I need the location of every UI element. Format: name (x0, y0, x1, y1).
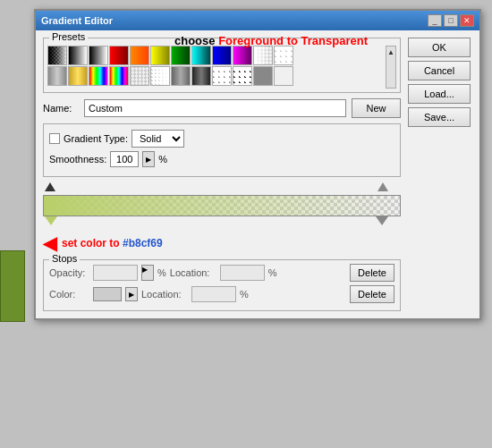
preset-checker3[interactable] (212, 66, 232, 86)
load-button[interactable]: Load... (408, 84, 471, 104)
preset-white-transparent[interactable] (150, 66, 170, 86)
color-location-percent: % (240, 289, 249, 300)
opacity-location-input[interactable] (220, 265, 265, 281)
color-swatch[interactable] (93, 287, 122, 301)
preset-gold[interactable] (68, 66, 88, 86)
gradient-type-label: Gradient Type: (64, 133, 128, 144)
settings-box: Gradient Type: Solid Noise Smoothness: ▶… (43, 123, 401, 177)
opacity-delete-btn[interactable]: Delete (350, 264, 394, 282)
preset-magenta[interactable] (233, 46, 252, 65)
preset-checker1[interactable] (253, 46, 273, 65)
opacity-label: Opacity: (49, 267, 89, 278)
smoothness-arrow-btn[interactable]: ▶ (142, 151, 155, 167)
gradient-section (43, 182, 401, 229)
color-location-label: Location: (141, 289, 188, 300)
presets-grid (47, 46, 384, 86)
preset-fg-transparent[interactable] (47, 46, 67, 65)
dialog-body: Presets (36, 30, 479, 318)
color-row: Color: ▶ Location: % Delete (49, 285, 394, 303)
preset-checker4[interactable] (233, 66, 252, 86)
top-stops-row (43, 182, 401, 195)
preset-red[interactable] (109, 46, 129, 65)
opacity-input[interactable] (93, 265, 138, 281)
set-color-text: set color to #b8cf69 (62, 237, 163, 249)
preset-empty[interactable] (274, 66, 293, 86)
color-arrow-btn[interactable]: ▶ (125, 287, 138, 301)
set-color-annotation: ◀ set color to #b8cf69 (43, 232, 401, 254)
new-button[interactable]: New (352, 98, 401, 118)
ok-button[interactable]: OK (408, 38, 471, 57)
color-label: Color: (49, 289, 89, 300)
titlebar: Gradient Editor _ □ ✕ (36, 11, 479, 30)
right-section: OK Cancel Load... Save... (408, 38, 472, 311)
opacity-location-label: Location: (170, 267, 216, 278)
name-input[interactable] (84, 99, 346, 117)
preset-transparent2[interactable] (130, 66, 149, 86)
bottom-stop-left[interactable] (45, 216, 57, 225)
gradient-type-row: Gradient Type: Solid Noise (49, 130, 394, 148)
red-arrow-icon: ◀ (43, 232, 56, 254)
stops-label: Stops (49, 253, 80, 264)
preset-gray2[interactable] (253, 66, 273, 86)
gradient-bar[interactable] (43, 195, 401, 216)
stops-box: Stops Opacity: ▶ % Location: % Delete Co… (43, 259, 401, 311)
top-stop-left[interactable] (45, 182, 55, 191)
preset-black-white[interactable] (89, 46, 108, 65)
smoothness-unit: % (158, 154, 167, 165)
presets-scrollbar[interactable]: ▲ (386, 46, 396, 89)
preset-metal[interactable] (47, 66, 67, 86)
presets-container: ▲ (47, 46, 396, 89)
gradient-type-select[interactable]: Solid Noise (131, 130, 184, 148)
opacity-row: Opacity: ▶ % Location: % Delete (49, 264, 394, 282)
preset-fg-bg[interactable] (68, 46, 88, 65)
opacity-arrow-btn[interactable]: ▶ (141, 265, 154, 281)
name-label: Name: (43, 103, 79, 114)
cancel-button[interactable]: Cancel (408, 61, 471, 80)
gradient-overlay (44, 196, 400, 216)
close-button[interactable]: ✕ (460, 14, 474, 27)
minimize-button[interactable]: _ (428, 14, 442, 27)
bottom-stop-right[interactable] (376, 216, 388, 225)
presets-label: Presets (49, 31, 88, 42)
preset-rainbow2[interactable] (109, 66, 129, 86)
opacity-location-percent: % (268, 267, 277, 278)
bottom-stops-row (43, 216, 401, 229)
save-button[interactable]: Save... (408, 107, 471, 127)
preset-orange[interactable] (130, 46, 149, 65)
dialog-title: Gradient Editor (41, 15, 113, 26)
name-row: Name: New (43, 98, 401, 118)
choose-annotation: choose Foreground to Transparent (174, 34, 368, 47)
preset-green[interactable] (171, 46, 191, 65)
smoothness-input[interactable] (110, 151, 139, 167)
left-green-shape (0, 250, 25, 322)
left-section: Presets (43, 38, 401, 311)
smoothness-label: Smoothness: (49, 154, 106, 165)
preset-rainbow[interactable] (89, 66, 108, 86)
preset-cyan[interactable] (191, 46, 211, 65)
preset-blue[interactable] (212, 46, 232, 65)
opacity-percent: % (157, 267, 166, 278)
preset-gray[interactable] (171, 66, 191, 86)
preset-yellow[interactable] (150, 46, 170, 65)
gradient-type-checkbox[interactable] (49, 133, 60, 144)
scroll-up-arrow[interactable]: ▲ (386, 46, 396, 58)
color-delete-btn[interactable]: Delete (350, 285, 394, 303)
gradient-editor-dialog: Gradient Editor _ □ ✕ choose Foreground … (34, 9, 481, 320)
smoothness-row: Smoothness: ▶ % (49, 151, 394, 167)
preset-dark[interactable] (191, 66, 211, 86)
top-stop-right[interactable] (377, 182, 388, 191)
color-location-input[interactable] (191, 286, 236, 302)
maximize-button[interactable]: □ (444, 14, 458, 27)
preset-checker2[interactable] (274, 46, 293, 65)
titlebar-buttons: _ □ ✕ (428, 14, 474, 27)
